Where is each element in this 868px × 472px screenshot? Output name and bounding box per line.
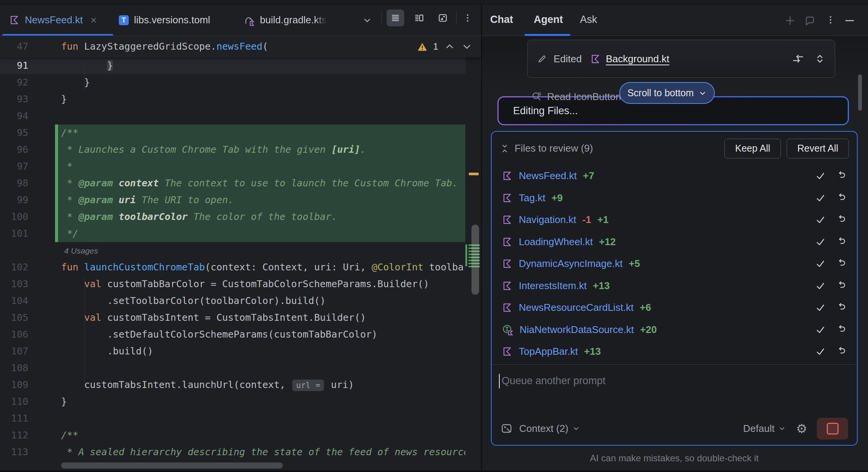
- file-review-row[interactable]: TopAppBar.kt+13: [492, 341, 857, 363]
- line-number[interactable]: 96: [0, 141, 58, 158]
- editor-code-area[interactable]: 91 }92 }93}9495/**96 * Launches a Custom…: [0, 57, 481, 461]
- file-review-row[interactable]: NewsResourceCardList.kt+6: [492, 297, 857, 319]
- revert-file-button[interactable]: [836, 302, 847, 313]
- file-link[interactable]: NewsResourceCardList.kt: [519, 302, 634, 314]
- keep-all-button[interactable]: Keep All: [724, 139, 781, 158]
- warning-icon[interactable]: [417, 42, 428, 52]
- show-diff-icon[interactable]: [792, 53, 804, 65]
- code-text[interactable]: val customTabsIntent = CustomTabsIntent.…: [58, 309, 465, 326]
- revert-file-button[interactable]: [836, 171, 847, 181]
- code-text[interactable]: [58, 360, 465, 377]
- chevron-down-icon[interactable]: [778, 425, 786, 432]
- code-text[interactable]: /**: [58, 124, 465, 141]
- code-text[interactable]: *: [58, 158, 465, 175]
- line-number[interactable]: 111: [0, 410, 58, 427]
- code-view-button[interactable]: [387, 10, 404, 26]
- scroll-to-bottom-button[interactable]: Scroll to bottom: [619, 82, 715, 104]
- chevron-down-icon[interactable]: [572, 425, 580, 432]
- code-text[interactable]: .setToolbarColor(toolbarColor).build(): [58, 293, 465, 309]
- next-issue-chevron-icon[interactable]: [461, 41, 473, 52]
- chat-vertical-scrollbar[interactable]: [858, 74, 862, 111]
- code-text[interactable]: .setDefaultColorSchemeParams(customTabBa…: [58, 326, 465, 343]
- line-number[interactable]: 112: [0, 427, 58, 444]
- code-text[interactable]: fun launchCustomChromeTab(context: Conte…: [58, 259, 465, 276]
- line-number[interactable]: 106: [0, 326, 58, 343]
- previous-issue-chevron-icon[interactable]: [444, 41, 455, 52]
- keep-file-button[interactable]: [815, 259, 826, 269]
- close-icon[interactable]: [90, 16, 97, 24]
- line-number[interactable]: 95: [0, 124, 58, 141]
- tab-newsfeed-kt[interactable]: NewsFeed.kt: [9, 5, 97, 36]
- gear-icon[interactable]: ⚙: [796, 422, 807, 435]
- editor-vertical-scrollbar[interactable]: [471, 225, 479, 295]
- code-text[interactable]: }: [58, 57, 465, 74]
- keep-file-button[interactable]: [815, 215, 826, 225]
- file-review-row[interactable]: InterestsItem.kt+13: [492, 275, 857, 297]
- line-number[interactable]: 47: [0, 36, 58, 57]
- line-number[interactable]: 102: [0, 259, 58, 276]
- pane-divider[interactable]: [481, 5, 482, 472]
- file-link[interactable]: InterestsItem.kt: [519, 280, 587, 292]
- expand-collapse-icon[interactable]: [814, 53, 826, 65]
- usages-hint[interactable]: 4 Usages: [61, 246, 98, 255]
- file-review-row[interactable]: LoadingWheel.kt+12: [492, 231, 857, 253]
- file-review-row[interactable]: DynamicAsyncImage.kt+5: [492, 253, 857, 275]
- line-number[interactable]: 108: [0, 360, 58, 377]
- code-text[interactable]: customTabsIntent.launchUrl(context, url …: [58, 377, 465, 393]
- code-text[interactable]: * A sealed hierarchy describing the stat…: [58, 444, 465, 461]
- line-number[interactable]: 98: [0, 175, 58, 192]
- edited-file-link[interactable]: Background.kt: [606, 53, 669, 65]
- tab-ask[interactable]: Ask: [580, 14, 597, 26]
- chevron-down-icon[interactable]: [361, 15, 373, 26]
- keep-file-button[interactable]: [815, 281, 826, 291]
- line-number[interactable]: 103: [0, 276, 58, 293]
- code-text[interactable]: */: [58, 225, 465, 242]
- file-review-row[interactable]: Tag.kt+9: [492, 187, 857, 209]
- usages-inlay[interactable]: 4 Usages: [58, 242, 465, 259]
- revert-file-button[interactable]: [836, 325, 847, 335]
- file-link[interactable]: NiaNetworkDataSource.kt: [520, 324, 634, 336]
- file-link[interactable]: Tag.kt: [519, 192, 545, 204]
- line-number[interactable]: 100: [0, 209, 58, 225]
- line-number[interactable]: 99: [0, 192, 58, 209]
- file-link[interactable]: LoadingWheel.kt: [519, 236, 593, 248]
- file-link[interactable]: DynamicAsyncImage.kt: [519, 258, 623, 270]
- edited-file-card[interactable]: Edited Background.kt: [527, 40, 835, 78]
- file-review-row[interactable]: NewsFeed.kt+7: [492, 165, 857, 187]
- context-dropdown[interactable]: Context (2): [519, 423, 568, 435]
- code-text[interactable]: * Launches a Custom Chrome Tab with the …: [58, 141, 465, 158]
- line-number[interactable]: 110: [0, 393, 58, 410]
- code-text[interactable]: val customTabBarColor = CustomTabColorSc…: [58, 276, 465, 293]
- chat-history-icon[interactable]: [804, 15, 816, 26]
- revert-file-button[interactable]: [836, 346, 847, 357]
- line-number[interactable]: 93: [0, 91, 58, 108]
- keep-file-button[interactable]: [815, 237, 826, 247]
- code-text[interactable]: * @param context The context to use to l…: [58, 175, 465, 192]
- line-number[interactable]: 92: [0, 74, 58, 91]
- design-view-button[interactable]: [434, 10, 452, 26]
- line-number[interactable]: 104: [0, 293, 58, 309]
- keep-file-button[interactable]: [815, 325, 826, 335]
- tab-libs-versions-toml[interactable]: T libs.versions.toml: [119, 5, 210, 36]
- code-text[interactable]: * @param toolbarColor The color of the t…: [58, 209, 465, 225]
- code-text[interactable]: [58, 108, 465, 124]
- keep-file-button[interactable]: [815, 193, 826, 203]
- editor-horizontal-scrollbar[interactable]: [61, 462, 283, 469]
- tab-build-gradle-kts[interactable]: build.gradle.kts (:c: [243, 5, 327, 36]
- revert-file-button[interactable]: [836, 215, 847, 225]
- revert-all-button[interactable]: Revert All: [787, 139, 849, 158]
- tab-agent[interactable]: Agent: [534, 14, 563, 26]
- code-text[interactable]: * @param uri The URI to open.: [58, 192, 465, 209]
- code-text[interactable]: [58, 410, 465, 427]
- keep-file-button[interactable]: [815, 302, 826, 313]
- code-text[interactable]: }: [58, 393, 465, 410]
- line-number[interactable]: 113: [0, 444, 58, 461]
- code-text[interactable]: }: [58, 74, 465, 91]
- split-view-button[interactable]: [410, 10, 428, 26]
- keep-file-button[interactable]: [815, 171, 826, 181]
- keep-file-button[interactable]: [815, 346, 826, 357]
- prompt-input[interactable]: Queue another prompt: [499, 374, 857, 388]
- collapse-icon[interactable]: [500, 144, 510, 154]
- revert-file-button[interactable]: [836, 193, 847, 203]
- file-review-row[interactable]: Navigation.kt-1+1: [492, 209, 857, 231]
